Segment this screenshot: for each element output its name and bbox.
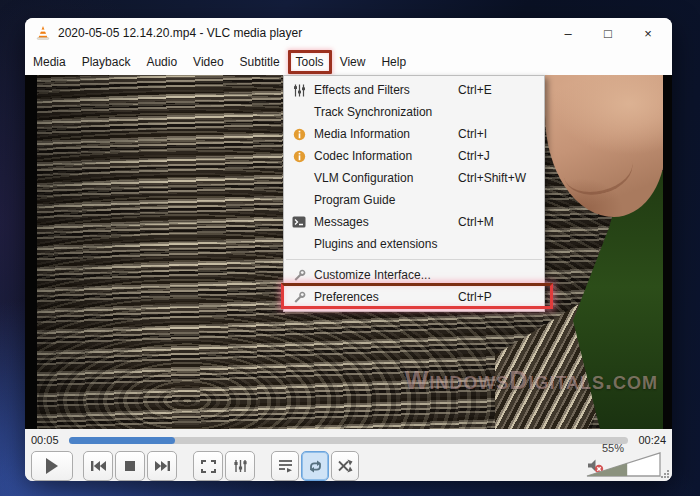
maximize-button[interactable]: □	[588, 18, 628, 48]
wrench-icon	[284, 291, 314, 304]
menu-item-media-information[interactable]: Media InformationCtrl+I	[284, 123, 544, 145]
shuffle-icon	[338, 459, 353, 473]
window-title: 2020-05-05 12.14.20.mp4 - VLC media play…	[58, 26, 548, 40]
volume-slider[interactable]	[586, 451, 662, 478]
menu-item-label: Effects and Filters	[314, 83, 458, 97]
menu-item-track-synchronization[interactable]: Track Synchronization	[284, 101, 544, 123]
volume-cluster: 55%	[552, 429, 672, 481]
loop-button[interactable]	[301, 451, 329, 481]
minimize-button[interactable]: –	[548, 18, 588, 48]
vlc-cone-icon	[35, 25, 51, 41]
close-button[interactable]: ×	[628, 18, 668, 48]
menu-item-shortcut: Ctrl+Shift+W	[458, 171, 544, 185]
next-icon	[154, 460, 171, 472]
menu-item-shortcut: Ctrl+M	[458, 215, 544, 229]
playlist-button[interactable]	[271, 451, 299, 481]
fullscreen-button[interactable]	[193, 451, 223, 481]
equalizer-icon	[233, 459, 248, 473]
resize-grip[interactable]	[661, 470, 669, 478]
menu-item-label: Customize Interface...	[314, 268, 458, 282]
play-icon	[44, 457, 60, 475]
menubar-item-help[interactable]: Help	[373, 50, 414, 74]
menu-item-label: Messages	[314, 215, 458, 229]
menu-item-vlm-configuration[interactable]: VLM ConfigurationCtrl+Shift+W	[284, 167, 544, 189]
wrench-icon	[284, 269, 314, 282]
menu-item-label: Program Guide	[314, 193, 458, 207]
titlebar: 2020-05-05 12.14.20.mp4 - VLC media play…	[25, 18, 672, 48]
menubar-item-audio[interactable]: Audio	[138, 50, 185, 74]
vlc-window: 2020-05-05 12.14.20.mp4 - VLC media play…	[25, 18, 672, 481]
control-bar: 00:05 00:24	[25, 429, 672, 481]
menu-item-label: Codec Information	[314, 149, 458, 163]
seek-progress	[69, 437, 175, 444]
menu-item-shortcut: Ctrl+P	[458, 290, 544, 304]
menu-item-plugins-and-extensions[interactable]: Plugins and extensions	[284, 233, 544, 255]
previous-icon	[90, 460, 107, 472]
sliders-icon	[284, 84, 314, 97]
menubar-item-subtitle[interactable]: Subtitle	[232, 50, 288, 74]
tools-dropdown: Effects and FiltersCtrl+ETrack Synchroni…	[283, 75, 545, 312]
menu-item-customize-interface[interactable]: Customize Interface...	[284, 264, 544, 286]
menubar-item-view[interactable]: View	[332, 50, 374, 74]
letterbox-right	[663, 75, 672, 429]
random-button[interactable]	[331, 451, 359, 481]
menu-bar: MediaPlaybackAudioVideoSubtitleToolsView…	[25, 48, 672, 75]
stop-icon	[124, 460, 136, 472]
seek-bar[interactable]	[69, 437, 629, 444]
info-icon	[284, 150, 314, 163]
menu-item-preferences[interactable]: PreferencesCtrl+P	[284, 286, 544, 308]
menu-separator	[286, 259, 542, 260]
menubar-item-tools[interactable]: Tools	[288, 50, 332, 74]
menu-item-shortcut: Ctrl+I	[458, 127, 544, 141]
menu-item-label: VLM Configuration	[314, 171, 458, 185]
menu-item-label: Track Synchronization	[314, 105, 458, 119]
extended-settings-button[interactable]	[225, 451, 255, 481]
menu-item-codec-information[interactable]: Codec InformationCtrl+J	[284, 145, 544, 167]
menubar-item-media[interactable]: Media	[25, 50, 74, 74]
menu-item-shortcut: Ctrl+J	[458, 149, 544, 163]
elapsed-time: 00:05	[31, 434, 59, 446]
menu-item-effects-and-filters[interactable]: Effects and FiltersCtrl+E	[284, 79, 544, 101]
playlist-icon	[278, 459, 293, 473]
console-icon	[284, 216, 314, 228]
menu-item-label: Preferences	[314, 290, 458, 304]
menu-item-program-guide[interactable]: Program Guide	[284, 189, 544, 211]
stop-button[interactable]	[115, 451, 145, 481]
menubar-item-video[interactable]: Video	[185, 50, 231, 74]
previous-button[interactable]	[83, 451, 113, 481]
menubar-item-playback[interactable]: Playback	[74, 50, 139, 74]
info-icon	[284, 128, 314, 141]
menu-item-label: Plugins and extensions	[314, 237, 458, 251]
fullscreen-icon	[201, 460, 216, 473]
next-button[interactable]	[147, 451, 177, 481]
play-button[interactable]	[31, 451, 73, 481]
menu-item-shortcut: Ctrl+E	[458, 83, 544, 97]
loop-icon	[307, 459, 324, 474]
menu-item-label: Media Information	[314, 127, 458, 141]
menu-item-messages[interactable]: MessagesCtrl+M	[284, 211, 544, 233]
letterbox-left	[25, 75, 37, 429]
watermark-text: WindowsDigitals.com	[405, 366, 658, 395]
